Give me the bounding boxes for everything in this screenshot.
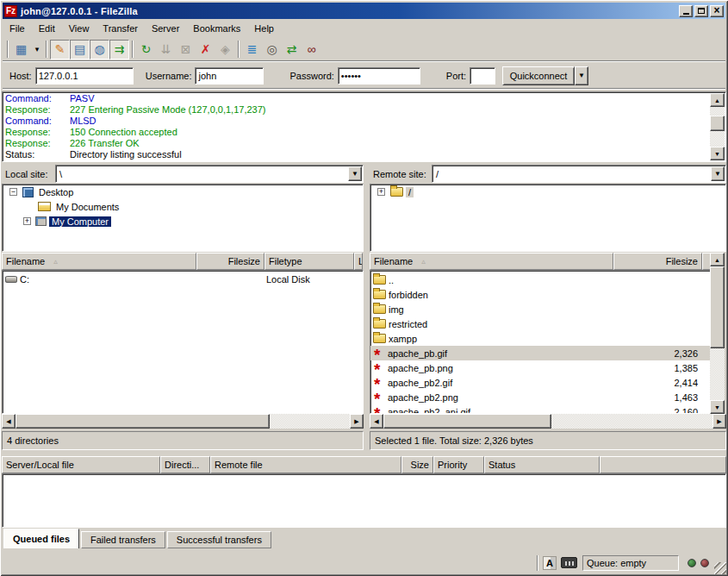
directory-comparison-button[interactable]: ◎	[262, 40, 282, 59]
expand-icon[interactable]: +	[23, 217, 31, 225]
remote-tree-view: + /	[370, 184, 726, 252]
toggle-remote-tree-button[interactable]: ◍	[90, 40, 109, 59]
password-input[interactable]	[338, 67, 420, 85]
scroll-up-button[interactable]: ▲	[710, 253, 725, 266]
scrollbar-thumb[interactable]	[710, 266, 725, 348]
remote-list-vscrollbar[interactable]: ▲ ▼	[710, 253, 725, 414]
column-header-status[interactable]: Status	[484, 456, 600, 473]
menu-help[interactable]: Help	[247, 22, 281, 35]
title-bar[interactable]: Fz john@127.0.0.1 - FileZilla ×	[3, 3, 725, 19]
local-list-hscrollbar[interactable]: ◀ ▶	[2, 414, 364, 429]
remote-file-row[interactable]: xampp	[370, 331, 710, 346]
remote-file-row[interactable]: apache_pb.png 1,385	[370, 360, 710, 375]
column-header-filesize[interactable]: Filesize	[196, 253, 264, 270]
remote-file-row[interactable]: img	[370, 302, 710, 316]
tree-item-root[interactable]: + /	[370, 185, 725, 199]
menu-file[interactable]: File	[3, 22, 32, 35]
expand-icon[interactable]: +	[377, 188, 385, 196]
synchronized-browsing-button[interactable]: ⇄	[282, 40, 302, 59]
filter-icon: ≣	[247, 42, 258, 56]
scroll-right-button[interactable]: ▶	[350, 414, 364, 429]
speed-limit-icon[interactable]	[561, 557, 577, 568]
refresh-button[interactable]: ↻	[136, 40, 156, 59]
scroll-left-button[interactable]: ◀	[370, 414, 383, 429]
remote-list-hscrollbar[interactable]: ◀ ▶	[370, 414, 726, 429]
log-label: Response:	[5, 127, 70, 138]
column-header-remote-file[interactable]: Remote file	[210, 456, 401, 473]
column-header-server-local-file[interactable]: Server/Local file	[2, 456, 160, 473]
maximize-button[interactable]	[694, 5, 708, 17]
scroll-down-button[interactable]: ▼	[710, 400, 725, 414]
find-files-button[interactable]: ∞	[302, 40, 321, 59]
minimize-button[interactable]	[679, 5, 693, 17]
toggle-message-log-button[interactable]: ✎	[50, 40, 70, 59]
tree-item-my-computer[interactable]: + My Computer	[3, 214, 363, 229]
username-input[interactable]	[195, 67, 264, 85]
scrollbar-thumb[interactable]	[383, 414, 551, 429]
log-scrollbar[interactable]: ▲ ▼	[710, 93, 725, 160]
remote-file-row[interactable]: apache_pb2.png 1,463	[370, 390, 710, 404]
tree-item-my-documents[interactable]: My Documents	[3, 199, 363, 214]
quickconnect-button[interactable]: Quickconnect	[502, 66, 575, 85]
site-manager-dropdown-button[interactable]: ▾	[31, 40, 43, 59]
menu-server[interactable]: Server	[145, 22, 186, 35]
remote-site-combobox[interactable]: / ▼	[432, 165, 726, 183]
site-manager-button[interactable]: ▦	[11, 40, 31, 59]
scroll-down-button[interactable]: ▼	[710, 147, 725, 160]
column-header-filetype[interactable]: Filetype	[264, 253, 354, 270]
chevron-down-icon[interactable]: ▼	[348, 166, 362, 181]
tree-item-desktop[interactable]: − Desktop	[3, 185, 363, 199]
scroll-up-button[interactable]: ▲	[710, 93, 725, 107]
remote-file-row[interactable]: apache_pb2_ani.gif 2,160	[370, 404, 710, 414]
file-size: 2,414	[569, 378, 698, 388]
menu-edit[interactable]: Edit	[32, 22, 62, 35]
process-queue-button[interactable]: ⇊	[156, 40, 176, 59]
remote-status-bar: Selected 1 file. Total size: 2,326 bytes	[370, 431, 726, 450]
scrollbar-thumb[interactable]	[16, 414, 270, 429]
abort-button[interactable]: ◈	[215, 40, 235, 59]
remote-file-row-selected[interactable]: apache_pb.gif 2,326	[370, 346, 710, 360]
remote-file-row[interactable]: apache_pb2.gif 2,414	[370, 375, 710, 390]
cancel-button[interactable]: ⊠	[176, 40, 196, 59]
column-header-filesize[interactable]: Filesize	[613, 253, 702, 270]
disconnect-button[interactable]: ✗	[196, 40, 215, 59]
host-input[interactable]	[35, 67, 134, 85]
chevron-down-icon[interactable]: ▼	[711, 166, 725, 181]
tab-queued-files[interactable]: Queued files	[3, 529, 79, 548]
filter-button[interactable]: ≣	[242, 40, 262, 59]
column-header-filename[interactable]: Filename ▵	[370, 253, 613, 270]
transfer-queue-list[interactable]	[2, 473, 726, 528]
toggle-queue-button[interactable]: ⇉	[109, 40, 129, 59]
message-log-icon: ✎	[55, 42, 65, 56]
tab-successful-transfers[interactable]: Successful transfers	[167, 531, 271, 548]
column-header-last-modified[interactable]: L	[354, 253, 363, 270]
remote-site-value: /	[436, 169, 439, 179]
local-status-text: 4 directories	[7, 435, 59, 446]
menu-view[interactable]: View	[62, 22, 96, 35]
remote-file-row[interactable]: restricted	[370, 316, 710, 331]
data-type-ascii-icon[interactable]: A	[543, 556, 557, 570]
local-file-row[interactable]: C: Local Disk	[3, 272, 363, 286]
image-file-icon	[373, 391, 385, 403]
toggle-local-tree-button[interactable]: ▤	[70, 40, 90, 59]
resize-grip[interactable]	[714, 562, 726, 574]
column-header-priority[interactable]: Priority	[433, 456, 484, 473]
scrollbar-thumb[interactable]	[710, 116, 725, 131]
column-header-filename[interactable]: Filename ▵	[2, 253, 196, 270]
local-site-combobox[interactable]: \ ▼	[55, 165, 364, 183]
scroll-right-button[interactable]: ▶	[712, 414, 726, 429]
queue-header: Server/Local file Directi... Remote file…	[2, 456, 726, 473]
remote-file-row[interactable]: forbidden	[370, 287, 710, 302]
message-log[interactable]: Command:PASV Response:227 Entering Passi…	[2, 91, 726, 162]
port-input[interactable]	[470, 67, 495, 85]
quickconnect-dropdown-button[interactable]: ▼	[575, 66, 588, 85]
tab-failed-transfers[interactable]: Failed transfers	[81, 531, 165, 548]
menu-transfer[interactable]: Transfer	[96, 22, 145, 35]
scroll-left-button[interactable]: ◀	[2, 414, 16, 429]
column-header-size[interactable]: Size	[401, 456, 433, 473]
collapse-icon[interactable]: −	[9, 188, 17, 196]
remote-file-row[interactable]: ..	[370, 272, 710, 287]
close-button[interactable]: ×	[710, 5, 724, 17]
menu-bookmarks[interactable]: Bookmarks	[186, 22, 247, 35]
column-header-direction[interactable]: Directi...	[160, 456, 210, 473]
